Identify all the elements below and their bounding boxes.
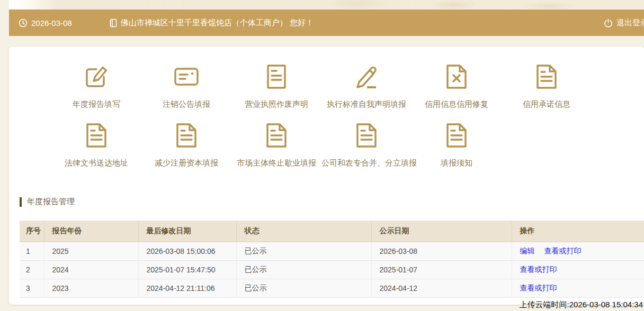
function-icon-grid: 年度报告填写 注销公告填报 营业执照作废声明 执行标准自我声明填报 信用信息信用… xyxy=(9,47,644,168)
grid-item-label: 注销公告填报 xyxy=(141,99,231,109)
document-x-icon xyxy=(412,58,502,95)
cell-status: 已公示 xyxy=(236,279,371,297)
grid-item-business-closure[interactable]: 市场主体终止歇业填报 xyxy=(231,117,321,168)
cell-modified: 2025-01-07 15:47:50 xyxy=(138,260,236,279)
col-header-actions: 操作 xyxy=(512,221,644,242)
grid-item-legal-document-address[interactable]: 法律文书送达地址 xyxy=(51,117,141,168)
cell-index: 2 xyxy=(20,260,44,279)
grid-item-label: 市场主体终止歇业填报 xyxy=(231,158,321,168)
section-title-bar xyxy=(20,197,22,207)
col-header-status: 状态 xyxy=(236,221,371,242)
notice-card-icon xyxy=(141,58,231,95)
grid-item-annual-report-fill[interactable]: 年度报告填写 xyxy=(51,58,141,109)
grid-item-merger-division[interactable]: 公司和农专合并、分立填报 xyxy=(321,117,412,168)
grid-item-license-void-declaration[interactable]: 营业执照作废声明 xyxy=(231,58,321,109)
registry-book-icon xyxy=(109,19,117,28)
cell-published: 2024-04-12 xyxy=(371,279,512,297)
cell-year: 2024 xyxy=(44,260,138,279)
document-file-icon xyxy=(231,117,321,154)
grid-item-label: 减少注册资本填报 xyxy=(141,158,231,168)
current-date: 2026-03-08 xyxy=(31,19,72,28)
grid-item-deregistration-notice[interactable]: 注销公告填报 xyxy=(141,58,231,109)
document-lines-icon xyxy=(231,58,321,95)
document-file-icon xyxy=(141,117,231,154)
section-title-text: 年度报告管理 xyxy=(27,197,75,207)
view-print-link[interactable]: 查看或打印 xyxy=(544,246,581,255)
cell-index: 1 xyxy=(20,242,44,260)
grid-item-label: 信用承诺信息 xyxy=(502,99,592,109)
grid-item-label: 执行标准自我声明填报 xyxy=(321,99,412,109)
table-row: 1 2025 2026-03-08 15:00:06 已公示 2026-03-0… xyxy=(20,242,644,260)
grid-item-label: 填报须知 xyxy=(412,158,502,168)
grid-item-label: 公司和农专合并、分立填报 xyxy=(321,158,412,168)
document-file-icon xyxy=(502,58,592,95)
current-date-group: 2026-03-08 xyxy=(19,19,72,28)
cell-modified: 2024-04-12 21:11:06 xyxy=(138,279,236,297)
grid-item-standard-self-declaration[interactable]: 执行标准自我声明填报 xyxy=(321,58,412,109)
cell-actions: 查看或打印 xyxy=(512,279,644,297)
edit-square-icon xyxy=(51,58,141,95)
power-icon xyxy=(604,19,613,28)
clock-icon xyxy=(19,19,28,28)
cell-year: 2023 xyxy=(44,279,138,297)
table-row: 3 2023 2024-04-12 21:11:06 已公示 2024-04-1… xyxy=(20,279,644,297)
header-texture-strip xyxy=(9,0,644,10)
edit-link[interactable]: 编辑 xyxy=(520,246,535,255)
table-row: 2 2024 2025-01-07 15:47:50 已公示 2025-01-0… xyxy=(20,260,644,279)
cell-year: 2025 xyxy=(44,242,138,260)
grid-item-label: 法律文书送达地址 xyxy=(51,158,141,168)
document-file-icon xyxy=(412,117,502,154)
top-bar: 2026-03-08 佛山市禅城区十里千里香馄饨店（个体工商户） 您好！ 退出登… xyxy=(9,10,644,36)
col-header-index: 序号 xyxy=(20,221,44,242)
cell-status: 已公示 xyxy=(236,242,371,260)
view-print-link[interactable]: 查看或打印 xyxy=(520,265,557,273)
view-print-link[interactable]: 查看或打印 xyxy=(520,283,557,292)
grid-item-credit-repair[interactable]: 信用信息信用修复 xyxy=(412,58,502,109)
section-title-annual-report-management: 年度报告管理 xyxy=(20,197,644,207)
document-file-icon xyxy=(321,117,412,154)
annual-report-page: { "topbar": { "date": "2026-03-08", "com… xyxy=(0,0,644,311)
grid-item-filing-instructions[interactable]: 填报须知 xyxy=(412,117,502,168)
cell-modified: 2026-03-08 15:00:06 xyxy=(138,242,236,260)
cell-actions: 查看或打印 xyxy=(512,260,644,279)
document-file-icon xyxy=(51,117,141,154)
logout-label: 退出登录 xyxy=(616,18,644,28)
cell-published: 2026-03-08 xyxy=(371,242,512,260)
col-header-year: 报告年份 xyxy=(44,221,138,242)
cell-index: 3 xyxy=(20,279,44,297)
upload-cloud-time: 上传云端时间:2026-03-08 15:04:34 xyxy=(520,300,643,310)
col-header-published: 公示日期 xyxy=(371,221,512,242)
logout-button[interactable]: 退出登录 xyxy=(604,10,644,36)
main-card: 年度报告填写 注销公告填报 营业执照作废声明 执行标准自我声明填报 信用信息信用… xyxy=(9,47,644,305)
grid-item-label: 年度报告填写 xyxy=(51,99,141,109)
cell-published: 2025-01-07 xyxy=(371,260,512,279)
grid-item-label: 营业执照作废声明 xyxy=(231,99,321,109)
company-group: 佛山市禅城区十里千里香馄饨店（个体工商户） 您好！ xyxy=(109,18,314,28)
col-header-modified: 最后修改日期 xyxy=(138,221,236,242)
grid-item-credit-commitment[interactable]: 信用承诺信息 xyxy=(502,58,592,109)
grid-item-label: 信用信息信用修复 xyxy=(412,99,502,109)
cell-status: 已公示 xyxy=(236,260,371,279)
grid-item-capital-reduction[interactable]: 减少注册资本填报 xyxy=(141,117,231,168)
table-header-row: 序号 报告年份 最后修改日期 状态 公示日期 操作 xyxy=(20,221,644,242)
company-greeting: 佛山市禅城区十里千里香馄饨店（个体工商户） 您好！ xyxy=(121,18,314,28)
annual-report-table: 序号 报告年份 最后修改日期 状态 公示日期 操作 1 2025 2026-03… xyxy=(20,221,644,298)
cell-actions: 编辑 查看或打印 xyxy=(512,242,644,260)
pencil-underline-icon xyxy=(321,58,412,95)
